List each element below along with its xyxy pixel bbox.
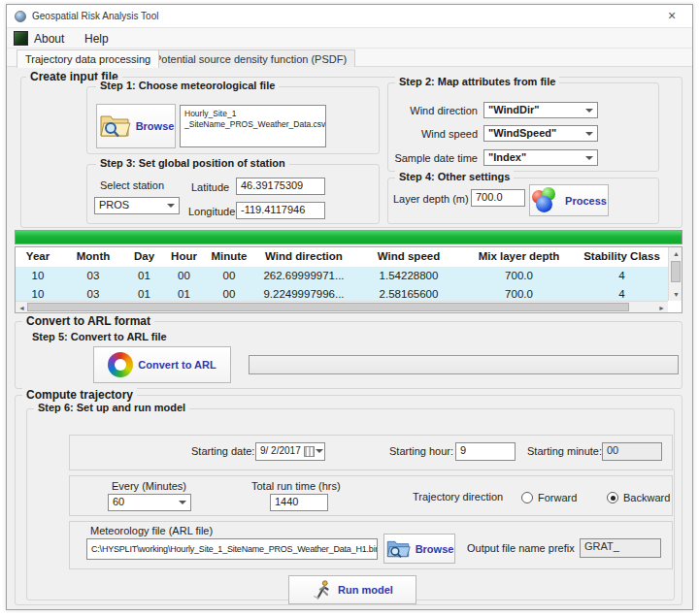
vertical-scroll-thumb[interactable] xyxy=(671,261,681,282)
col-header-mix-layer-depth[interactable]: Mix layer depth xyxy=(462,247,576,267)
every-minutes-label: Every (Minutes) xyxy=(112,480,186,492)
every-minutes-select[interactable]: 60 xyxy=(108,494,191,511)
scroll-left-icon[interactable]: ◄ xyxy=(18,305,25,311)
chevron-down-icon xyxy=(585,156,593,160)
backward-radio[interactable] xyxy=(607,492,618,503)
vertical-scrollbar[interactable]: ▲ ▼ xyxy=(668,247,682,301)
sample-date-value: "Index" xyxy=(488,151,526,163)
forward-radio[interactable] xyxy=(521,492,533,503)
longitude-field[interactable]: -119.4117946 xyxy=(236,202,325,219)
cell: 9.2249997996... xyxy=(252,285,355,301)
col-header-month[interactable]: Month xyxy=(60,247,126,267)
starting-hour-field[interactable]: 9 xyxy=(455,442,516,461)
close-button[interactable]: × xyxy=(663,8,681,23)
convert-to-arl-label: Convert to ARL xyxy=(138,359,216,371)
weather-data-table: Year Month Day Hour Minute Wind directio… xyxy=(15,246,682,313)
cell: 10 xyxy=(16,285,60,301)
cell: 4 xyxy=(576,267,668,285)
cell: 00 xyxy=(206,285,252,301)
convert-to-arl-button[interactable]: Convert to ARL xyxy=(93,346,231,383)
layer-depth-field[interactable]: 700.0 xyxy=(471,189,525,207)
chevron-down-icon xyxy=(585,132,593,136)
starting-minute-field[interactable]: 00 xyxy=(602,442,662,461)
cell: 01 xyxy=(126,285,162,301)
calendar-icon xyxy=(304,446,315,457)
browse-met-file-label: Browse xyxy=(136,120,175,132)
wind-direction-select[interactable]: "WindDir" xyxy=(483,102,598,118)
horizontal-scroll-thumb[interactable] xyxy=(27,303,629,311)
scroll-down-icon[interactable]: ▼ xyxy=(673,291,680,298)
cell: 01 xyxy=(126,267,162,285)
starting-hour-label: Starting hour: xyxy=(389,445,453,457)
col-header-stability-class[interactable]: Stability Class xyxy=(576,247,668,267)
cell: 262.69999971... xyxy=(252,267,355,285)
starting-date-label: Starting date: xyxy=(191,445,254,457)
wind-speed-select[interactable]: "WindSpeed" xyxy=(483,125,598,142)
cell: 700.0 xyxy=(462,267,576,285)
horizontal-scrollbar[interactable]: ◄ ► xyxy=(16,301,668,312)
system-menu-icon[interactable] xyxy=(14,31,28,46)
step6-title: Step 6: Set up and run model xyxy=(34,402,189,413)
arl-file-label: Meteorology file (ARL file) xyxy=(90,525,213,536)
chevron-down-icon xyxy=(167,204,175,208)
app-window: Geospatial Risk Analysis Tool × About He… xyxy=(6,4,693,610)
sample-date-select[interactable]: "Index" xyxy=(483,149,598,166)
step5-title: Step 5: Convert to ARL file xyxy=(28,331,171,342)
color-ring-icon xyxy=(108,352,133,377)
col-header-day[interactable]: Day xyxy=(126,247,162,267)
col-header-hour[interactable]: Hour xyxy=(162,247,206,267)
starting-date-picker[interactable]: 9/ 2/2017 xyxy=(255,442,325,461)
menu-about[interactable]: About xyxy=(34,32,64,46)
total-run-time-field[interactable]: 1440 xyxy=(270,494,328,511)
step4-title: Step 4: Other settings xyxy=(395,171,514,182)
output-prefix-field[interactable]: GRAT_ xyxy=(580,538,661,558)
browse-arl-file-label: Browse xyxy=(416,543,454,555)
scroll-right-icon[interactable]: ► xyxy=(658,305,665,311)
run-model-button[interactable]: Run model xyxy=(288,575,416,604)
chevron-down-icon xyxy=(179,501,186,504)
trajectory-direction-label: Trajectory direction xyxy=(413,491,503,503)
convert-arl-title: Convert to ARL format xyxy=(22,314,154,328)
browse-met-file-button[interactable]: Browse xyxy=(96,104,176,148)
app-icon xyxy=(15,11,26,22)
browse-arl-file-button[interactable]: Browse xyxy=(383,534,455,564)
forward-label: Forward xyxy=(538,492,577,503)
station-select[interactable]: PROS xyxy=(94,197,180,214)
table-row[interactable]: 10 03 01 00 00 262.69999971... 1.5422880… xyxy=(16,267,668,285)
menu-help[interactable]: Help xyxy=(84,32,109,46)
starting-date-value: 9/ 2/2017 xyxy=(260,445,301,456)
title-bar: Geospatial Risk Analysis Tool × xyxy=(7,5,692,28)
cell: 1.54228800 xyxy=(355,267,462,285)
process-button[interactable]: Process xyxy=(529,184,609,216)
chevron-down-icon xyxy=(585,109,593,113)
col-header-wind-speed[interactable]: Wind speed xyxy=(355,247,462,267)
menu-bar: About Help xyxy=(7,28,692,49)
run-model-label: Run model xyxy=(338,584,393,596)
sample-date-label: Sample date time xyxy=(356,152,478,164)
window-title: Geospatial Risk Analysis Tool xyxy=(32,11,158,21)
tab-psdf[interactable]: Potential source density function (PSDF) xyxy=(146,49,355,67)
tab-strip: Trajectory data processing Potential sou… xyxy=(7,49,692,67)
col-header-minute[interactable]: Minute xyxy=(206,247,252,267)
col-header-year[interactable]: Year xyxy=(16,247,60,267)
total-run-time-label: Total run time (hrs) xyxy=(251,480,341,492)
cell: 03 xyxy=(60,285,126,301)
wind-direction-value: "WindDir" xyxy=(488,104,540,115)
cell: 00 xyxy=(206,267,252,285)
arl-file-path-field[interactable]: C:\HYSPLIT\working\Hourly_Site_1_SiteNam… xyxy=(86,538,378,560)
select-station-label: Select station xyxy=(100,179,164,191)
compute-trajectory-title: Compute trajectory xyxy=(22,388,137,402)
step1-title: Step 1: Choose meteorological file xyxy=(96,80,279,91)
every-minutes-value: 60 xyxy=(113,496,124,507)
step2-title: Step 2: Map attributes from file xyxy=(395,76,559,87)
process-label: Process xyxy=(565,195,607,207)
scroll-up-icon[interactable]: ▲ xyxy=(673,250,680,257)
latitude-field[interactable]: 46.39175309 xyxy=(236,178,325,195)
col-header-wind-direction[interactable]: Wind direction xyxy=(252,247,355,267)
table-header-row: Year Month Day Hour Minute Wind directio… xyxy=(16,247,668,267)
cell: 4 xyxy=(576,285,668,301)
tab-trajectory-data-processing[interactable]: Trajectory data processing xyxy=(17,49,159,68)
table-row[interactable]: 10 03 01 01 00 9.2249997996... 2.5816560… xyxy=(16,285,668,301)
layer-depth-label: Layer depth (m) xyxy=(393,193,469,205)
met-file-name-field[interactable]: Hourly_Site_1 _SiteName_PROS_Weather_Dat… xyxy=(180,105,326,147)
